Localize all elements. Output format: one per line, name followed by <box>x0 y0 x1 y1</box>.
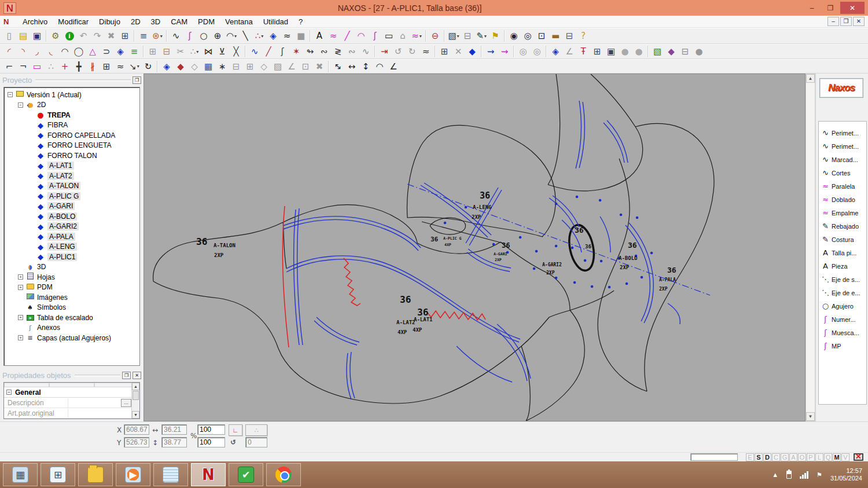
tool-perimet-[interactable]: ∿Perimet... <box>819 140 866 153</box>
spiral-triangle-icon[interactable]: △ <box>86 45 100 58</box>
mdi-restore-button[interactable]: ❐ <box>840 17 852 26</box>
stairs-icon[interactable]: ≷ <box>331 45 345 58</box>
tool-agujero[interactable]: ○Agujero <box>819 299 866 313</box>
project-panel-restore-button[interactable]: ❐ <box>133 76 141 84</box>
fillet-arc1-icon[interactable]: ◜ <box>2 45 16 58</box>
scale-y-field[interactable] <box>197 437 225 447</box>
wave-gray1-icon[interactable]: ∾ <box>345 45 359 58</box>
image-new-icon[interactable]: ▧ <box>650 45 664 58</box>
y-coordinate-field[interactable] <box>124 437 149 447</box>
edge-fold-icon[interactable]: ⊟ <box>461 30 475 42</box>
zoom-page-icon[interactable]: ⊡ <box>535 30 549 42</box>
rotation-field[interactable] <box>245 437 267 447</box>
print-icon[interactable]: ⊟ <box>562 30 576 42</box>
join-points-icon[interactable]: ⇥ <box>377 45 391 58</box>
drawing-canvas[interactable]: 36A-TALON2XP36A-LENG2XP36A-PLIC G4XP36A-… <box>144 74 806 421</box>
tree-item-anexos[interactable]: ʃAnexos <box>4 323 139 333</box>
property-row[interactable]: Art.patr.original <box>4 408 139 419</box>
grid-points-button[interactable]: ∴ <box>245 424 267 436</box>
points-menu-icon[interactable]: ∴▾ <box>187 45 201 58</box>
parallel-red-icon[interactable]: ∦ <box>86 60 100 73</box>
layer-toggle-d[interactable]: D <box>763 453 771 461</box>
tool-empalme[interactable]: ≈Empalme <box>819 206 866 219</box>
taskbar-app-file-explorer[interactable] <box>78 463 113 486</box>
tool-marcad-[interactable]: ∿Marcad... <box>819 153 866 166</box>
properties-panel-close-button[interactable]: ✕ <box>133 372 141 379</box>
tree-item-versi-n-1-actual-[interactable]: −Versión 1 (Actual) <box>4 90 139 100</box>
diamond-outline-icon[interactable]: ◇ <box>257 60 271 73</box>
curve-icon[interactable]: ∿ <box>169 30 183 42</box>
corner-trim2-icon[interactable]: ¬ <box>16 60 30 73</box>
property-row[interactable]: Descripción... <box>4 398 139 408</box>
menu-modificar[interactable]: Modificar <box>53 16 94 27</box>
point-icon[interactable]: ⊕ <box>211 30 225 42</box>
fillet-arc3-icon[interactable]: ◞ <box>30 45 44 58</box>
t-grading-icon[interactable]: Ŧ <box>576 45 590 58</box>
layer-toggle-q[interactable]: Q <box>824 453 832 461</box>
columns-icon[interactable]: ⊞ <box>243 60 257 73</box>
flag-curve-icon[interactable]: ⚑ <box>488 30 502 42</box>
form-export-icon[interactable]: ⊞ <box>590 45 604 58</box>
wave-magenta-icon[interactable]: ≈ <box>326 30 340 42</box>
gears-icon[interactable]: ⚙ <box>49 30 62 42</box>
snap-icon[interactable]: ↘▾ <box>127 60 141 73</box>
layer-toggle-m[interactable]: M <box>833 453 841 461</box>
menu-3d[interactable]: 3D <box>146 16 166 27</box>
taskbar-app-document-viewer[interactable]: ⊞ <box>41 463 75 486</box>
diamonds-swap-icon[interactable]: ◆ <box>465 45 479 58</box>
tree-expander-icon[interactable]: + <box>18 315 23 320</box>
menu-dibujo[interactable]: Dibujo <box>94 16 126 27</box>
tool-doblado[interactable]: ≈Doblado <box>819 193 866 206</box>
corner-trim1-icon[interactable]: ⌐ <box>2 60 16 73</box>
curve-arrows-icon[interactable]: ↬ <box>303 45 317 58</box>
help-doc-icon[interactable]: ? <box>576 30 590 42</box>
grading-lines-icon[interactable]: ≡ <box>127 45 141 58</box>
anchor-icon[interactable]: ⊞ <box>100 60 113 73</box>
fillet-arc2-icon[interactable]: ◝ <box>16 45 30 58</box>
menu-pdm[interactable]: PDM <box>193 16 220 27</box>
scroll-down-icon[interactable]: ▼ <box>806 412 815 421</box>
tree-expander-icon[interactable]: + <box>18 285 23 290</box>
diamond-gray-icon[interactable]: ◇ <box>187 60 201 73</box>
tree-item-hojas[interactable]: +Hojas <box>4 272 139 282</box>
tree-item-a-gari[interactable]: ◆A-GARI <box>4 201 139 212</box>
arc-magenta-icon[interactable]: ◠ <box>354 30 368 42</box>
layer-toggle-l[interactable]: L <box>815 453 823 461</box>
tree-item-trepa[interactable]: ●TREPA <box>4 110 139 120</box>
tree-item-a-gari2[interactable]: ◆A-GARI2 <box>4 222 139 232</box>
tree-item-2d[interactable]: −◆●2D <box>4 100 139 111</box>
trim-icon[interactable]: ╳ <box>229 45 243 58</box>
wave-adjust-icon[interactable]: ≈ <box>419 45 433 58</box>
tool-mp[interactable]: ʃMP <box>819 339 866 353</box>
ruler-icon[interactable]: ▬ <box>549 30 562 42</box>
hatch-box-icon[interactable]: ▨ <box>271 60 285 73</box>
taskbar-app-coreldraw[interactable]: ✔ <box>229 463 263 486</box>
menu-2d[interactable]: 2D <box>126 16 146 27</box>
layer-toggle-a[interactable]: A <box>789 453 797 461</box>
menu-cam[interactable]: CAM <box>165 16 193 27</box>
quick-input-field[interactable] <box>690 453 738 461</box>
fill-square-icon[interactable]: ■ <box>294 30 308 42</box>
menu-ventana[interactable]: Ventana <box>220 16 258 27</box>
curve-pair-icon[interactable]: ∾ <box>317 45 331 58</box>
scroll-up-icon[interactable]: ▲ <box>132 383 139 390</box>
property-value-field[interactable] <box>68 398 121 408</box>
delete-icon[interactable]: ✖ <box>104 30 118 42</box>
layer-toggle-e[interactable]: E <box>746 453 754 461</box>
node-edit-icon[interactable]: ∴▾ <box>252 30 266 42</box>
tree-item-a-plic1[interactable]: ◆A-PLIC1 <box>4 252 139 262</box>
taskbar-app-media-player[interactable]: ▶ <box>116 463 150 486</box>
more-options-button[interactable]: ... <box>121 399 131 407</box>
arc-icon[interactable]: ◠▾ <box>225 30 238 42</box>
text-icon[interactable]: A <box>312 30 326 42</box>
piece-shape-icon[interactable]: ⌂ <box>396 30 410 42</box>
menu-archivo[interactable]: Archivo <box>17 16 53 27</box>
layer-toggle-p[interactable]: P <box>807 453 815 461</box>
properties-group-general[interactable]: − General <box>4 387 139 398</box>
hand-gray-icon[interactable]: ● <box>692 45 706 58</box>
paste-icon[interactable]: ⊟ <box>160 45 174 58</box>
tree-item-a-lat1[interactable]: ◆A-LAT1 <box>4 161 139 171</box>
layer-toggle-c[interactable]: C <box>772 453 780 461</box>
x-coordinate-field[interactable] <box>124 424 149 435</box>
window-close-button[interactable]: ✕ <box>840 2 865 14</box>
